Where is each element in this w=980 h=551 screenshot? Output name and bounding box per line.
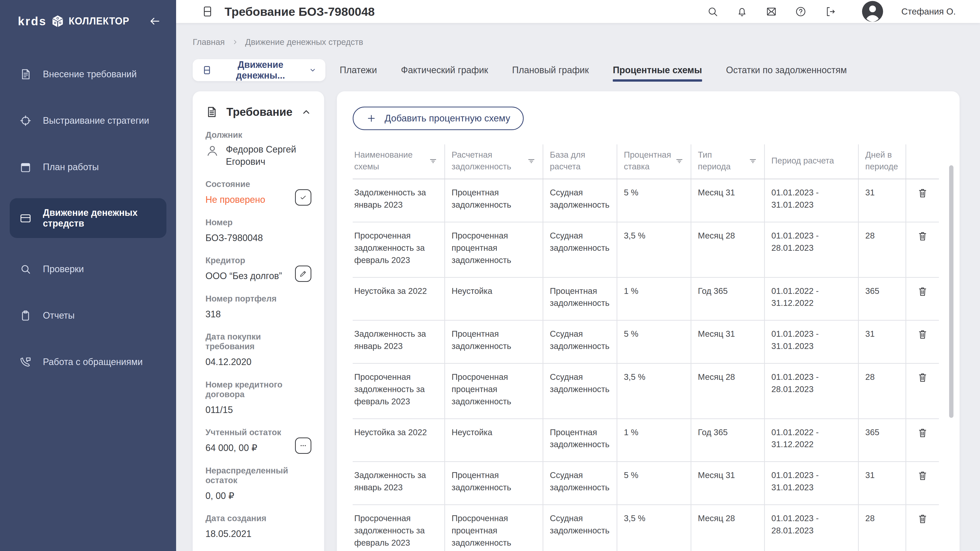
field-label: Дата создания [205, 513, 311, 523]
delete-row-button[interactable] [917, 328, 928, 341]
cell-period-type: Месяц 28 [691, 363, 764, 419]
logout-button[interactable] [824, 6, 836, 17]
delete-row-button[interactable] [917, 427, 928, 439]
cell-scheme-name: Задолженность за январь 2023 [353, 321, 445, 364]
breadcrumb-current: Движение денежных стредств [245, 37, 363, 47]
filter-icon[interactable] [675, 156, 684, 165]
trash-icon [917, 328, 928, 340]
help-button[interactable] [795, 6, 807, 17]
ellipsis-icon [299, 441, 307, 450]
cell-period-type: Месяц 31 [691, 179, 764, 222]
cell-scheme-name: Неустойка за 2022 [353, 419, 445, 462]
verify-button[interactable] [295, 189, 311, 206]
cell-calc-debt: Просроченная процентная задолженность [445, 222, 543, 278]
cell-rate: 3,5 % [617, 505, 691, 551]
search-icon [19, 263, 32, 275]
user-avatar[interactable] [861, 0, 884, 23]
sidebar-collapse-button[interactable] [149, 15, 161, 27]
mail-button[interactable] [765, 6, 777, 17]
creditor-value: ООО “Без долгов” [205, 270, 282, 282]
claim-panel-header: Требование [205, 106, 311, 118]
sidebar-item-label: Движение денежных стредств [43, 207, 157, 229]
search-icon [707, 6, 719, 17]
claim-collapse-button[interactable] [301, 107, 311, 117]
table-row: Просроченная задолженность за февраль 20… [353, 222, 939, 278]
sidebar-item-strategy[interactable]: Выстраивание стратегии [10, 105, 166, 136]
field-label: Состояние [205, 179, 311, 189]
filter-icon[interactable] [428, 156, 438, 165]
delete-row-button[interactable] [917, 470, 928, 482]
delete-row-button[interactable] [917, 513, 928, 525]
delete-row-button[interactable] [917, 286, 928, 298]
notifications-button[interactable] [736, 6, 748, 17]
section-dropdown[interactable]: Движение денежны... [192, 59, 325, 81]
page-title-group: Требование БОЗ-7980048 [201, 5, 375, 19]
accounted-balance: 64 000, 00 ₽ [205, 442, 257, 454]
cell-rate: 5 % [617, 462, 691, 505]
top-header: Требование БОЗ-7980048 С [176, 0, 980, 23]
cell-rate: 3,5 % [617, 363, 691, 419]
table-row: Просроченная задолженность за февраль 20… [353, 363, 939, 419]
field-label: Дата покупки требования [205, 332, 311, 351]
tab-planned-schedule[interactable]: Плановый график [512, 65, 589, 76]
field-creditor: Кредитор ООО “Без долгов” [205, 256, 311, 282]
cell-period-type: Год 365 [691, 277, 764, 321]
edit-creditor-button[interactable] [295, 265, 311, 282]
cell-calc-debt: Процентная задолженность [445, 179, 543, 222]
section-dropdown-label: Движение денежны... [220, 59, 301, 81]
sidebar-item-cash-flow[interactable]: Движение денежных стредств [10, 198, 166, 238]
col-calc-debt: Расчетная задолженность [445, 144, 543, 179]
sidebar-item-appeals[interactable]: Работа с обращениями [10, 347, 166, 377]
field-label: Учтенный остаток [205, 427, 311, 437]
field-label: Номер кредитного договора [205, 380, 311, 399]
sidebar-item-label: Отчеты [43, 310, 75, 321]
sidebar-item-work-plan[interactable]: План работы [10, 152, 166, 183]
tab-debt-balances[interactable]: Остатки по задолженностям [726, 65, 847, 76]
cell-scheme-name: Просроченная задолженность за февраль 20… [353, 363, 445, 419]
table-row: Просроченная задолженность за февраль 20… [353, 505, 939, 551]
delete-row-button[interactable] [917, 230, 928, 243]
col-base: База для расчета [543, 144, 617, 179]
body-row: Требование Должник Федоров Сергей Егоров… [192, 91, 959, 551]
filter-icon[interactable] [748, 156, 757, 165]
cell-base: Процентная задолженность [543, 419, 617, 462]
cell-days: 365 [858, 277, 906, 321]
sidebar-item-checks[interactable]: Проверки [10, 254, 166, 284]
col-period-type: Тип периода [691, 144, 764, 179]
field-number: Номер БОЗ-7980048 [205, 218, 311, 244]
crosshair-icon [19, 114, 32, 127]
cell-calc-period: 01.01.2023 - 28.01.2023 [764, 363, 858, 419]
filter-icon[interactable] [527, 156, 536, 165]
cell-scheme-name: Просроченная задолженность за февраль 20… [353, 222, 445, 278]
cell-rate: 5 % [617, 321, 691, 364]
debtor-value-row: Федоров Сергей Егорович [205, 143, 311, 168]
trash-icon [917, 187, 928, 199]
card-icon [19, 212, 32, 224]
table-scrollbar[interactable] [949, 165, 953, 418]
main-area: Требование БОЗ-7980048 С [176, 0, 980, 551]
tab-payments[interactable]: Платежи [340, 65, 377, 76]
breadcrumb-home[interactable]: Главная [192, 37, 225, 47]
delete-row-button[interactable] [917, 372, 928, 384]
tab-interest-schemes[interactable]: Процентные схемы [613, 65, 702, 76]
trash-icon [917, 427, 928, 438]
pencil-icon [299, 270, 307, 278]
cell-rate: 5 % [617, 179, 691, 222]
cell-calc-debt: Процентная задолженность [445, 321, 543, 364]
header-search-button[interactable] [707, 6, 719, 17]
delete-row-button[interactable] [917, 187, 928, 200]
sidebar-item-label: План работы [43, 162, 99, 172]
sidebar-item-claims-entry[interactable]: Внесение требований [10, 59, 166, 89]
claim-column: Требование Должник Федоров Сергей Егоров… [192, 91, 324, 551]
tab-actual-schedule[interactable]: Фактический график [401, 65, 488, 76]
debtor-name: Федоров Сергей Егорович [226, 143, 311, 168]
sidebar-item-reports[interactable]: Отчеты [10, 300, 166, 331]
balance-more-button[interactable] [295, 437, 311, 454]
sidebar-item-label: Проверки [43, 264, 84, 275]
cell-calc-debt: Неустойка [445, 277, 543, 321]
cell-calc-period: 01.01.2023 - 31.01.2023 [764, 321, 858, 364]
chevron-right-icon [232, 39, 238, 45]
cell-period-type: Год 365 [691, 419, 764, 462]
cell-period-type: Месяц 28 [691, 505, 764, 551]
add-interest-scheme-button[interactable]: Добавить процентную схему [353, 106, 524, 130]
